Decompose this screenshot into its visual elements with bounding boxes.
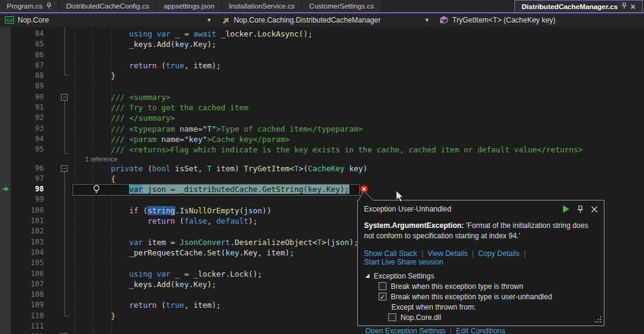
tab-appsettings-json[interactable]: appsettings.json [157,0,221,12]
glyph-margin-cell[interactable] [0,50,11,60]
link-start-live-share-session[interactable]: Start Live Share session [364,258,443,266]
code-text: /// <summary> [72,92,170,102]
code-line-91: 91 /// Try to get the cached item [0,102,644,113]
glyph-margin-cell[interactable] [0,226,11,236]
link-separator: | [450,327,452,334]
glyph-margin-cell[interactable] [0,269,11,279]
glyph-margin-cell[interactable] [0,205,11,216]
checkbox-unchecked[interactable] [388,313,396,321]
link-view-details[interactable]: View Details [428,249,468,258]
fold-collapse-box[interactable]: − [61,94,68,101]
glyph-margin-cell[interactable] [0,279,11,290]
glyph-margin-cell[interactable] [0,311,11,321]
mouse-cursor [396,190,405,204]
outlining-margin-cell [44,321,72,332]
code-line-88: 88 } [0,71,644,81]
code-line-96: 96− private (bool isSet, T item) TryGetI… [0,163,644,174]
outlining-margin-cell [44,226,72,236]
line-number: 92 [11,113,44,123]
outlining-margin-cell [44,247,72,258]
glyph-margin-cell[interactable] [0,113,11,123]
project-dropdown[interactable]: C# Nop.Core ▼ [0,13,217,27]
close-icon[interactable] [591,206,598,213]
code-text [72,50,74,60]
glyph-margin-cell[interactable] [0,247,11,258]
resize-grip[interactable] [593,316,602,324]
code-text: _keys.Add(key.Key); [72,279,216,290]
glyph-margin-cell[interactable] [0,134,11,144]
checkbox-unchecked[interactable] [379,282,387,290]
code-line-84: 84 using var _ = await _locker.LockAsync… [0,29,644,39]
member-dropdown[interactable]: TryGetItem<T> (CacheKey key) [435,13,644,27]
link-open-exception-settings[interactable]: Open Exception Settings [365,327,446,334]
glyph-margin-cell[interactable] [0,144,11,155]
glyph-margin-cell[interactable] [0,237,11,247]
continue-play-button[interactable] [562,205,570,213]
glyph-margin-cell[interactable] [0,332,11,334]
code-text: /// </summary> [72,113,175,123]
line-number: 96 [11,163,44,174]
chevron-down-icon: ▼ [206,17,217,23]
tab-label: DistributedCacheConfig.cs [66,2,149,10]
line-number: 105 [11,258,44,268]
outlining-margin-cell [44,290,72,300]
outlining-margin-cell [44,81,72,91]
tab-installationservice-cs[interactable]: InstallationService.cs [222,0,301,12]
checkbox-checked[interactable]: ✓ [379,293,387,300]
code-text: var json = _distributedCache.GetString(k… [72,184,349,194]
codelens-references[interactable]: 1 reference [0,155,644,163]
line-number: 111 [11,321,44,332]
line-number: 86 [11,50,44,60]
fold-collapse-box[interactable]: − [61,165,68,172]
link-show-call-stack[interactable]: Show Call Stack [364,249,417,258]
glyph-margin-cell[interactable] [0,216,11,226]
current-statement-arrow [1,186,10,193]
project-dropdown-label: Nop.Core [18,16,49,24]
glyph-margin-cell[interactable] [0,184,11,194]
glyph-margin-cell[interactable] [0,194,11,205]
close-icon[interactable]: × [631,2,635,11]
tab-distributedcachemanager-cs[interactable]: DistributedCacheManager.cs× [514,0,643,12]
tab-customersettings-cs[interactable]: CustomerSettings.cs [303,0,380,12]
code-line-86: 86 [0,50,644,60]
code-line-97: 97 { [0,174,644,184]
link-edit-conditions[interactable]: Edit Conditions [456,327,505,334]
outlining-margin-cell [44,237,72,247]
outlining-margin-cell [44,184,72,194]
glyph-margin-cell[interactable] [0,258,11,268]
tab-distributedcacheconfig-cs[interactable]: DistributedCacheConfig.cs [60,0,156,12]
tab-program-cs[interactable]: Program.cs [0,0,58,12]
glyph-margin-cell[interactable] [0,81,11,91]
line-number: 88 [11,71,44,81]
glyph-margin-cell[interactable] [0,39,11,49]
line-number: 100 [11,205,44,216]
glyph-margin-cell[interactable] [0,29,11,39]
code-text: /// <param name="key">Cache key</param> [72,134,290,144]
line-number: 84 [11,29,44,39]
glyph-margin-cell[interactable] [0,300,11,310]
type-dropdown[interactable]: Nop.Core.Caching.DistributedCacheManager… [217,13,435,27]
pin-icon[interactable] [621,2,627,10]
glyph-margin-cell[interactable] [0,163,11,174]
member-dropdown-label: TryGetItem<T> (CacheKey key) [452,16,556,24]
glyph-margin-cell[interactable] [0,124,11,134]
csharp-project-icon: C# [5,16,14,24]
glyph-margin-cell[interactable] [0,92,11,102]
outlining-margin-cell [44,29,72,39]
link-copy-details[interactable]: Copy Details [478,249,519,258]
line-number: 94 [11,134,44,144]
pin-button[interactable] [577,205,584,213]
line-number: 87 [11,60,44,71]
glyph-margin-cell[interactable] [0,71,11,81]
pin-icon[interactable] [46,2,52,10]
expander-icon[interactable] [365,274,369,278]
outlining-margin-cell [44,124,72,134]
glyph-margin-cell[interactable] [0,60,11,71]
except-when-label: Except when thrown from: [365,303,598,311]
glyph-margin-cell[interactable] [0,290,11,300]
line-number: 91 [11,102,44,113]
glyph-margin-cell[interactable] [0,174,11,184]
code-line-92: 92 /// </summary> [0,113,644,123]
glyph-margin-cell[interactable] [0,321,11,332]
glyph-margin-cell[interactable] [0,102,11,113]
